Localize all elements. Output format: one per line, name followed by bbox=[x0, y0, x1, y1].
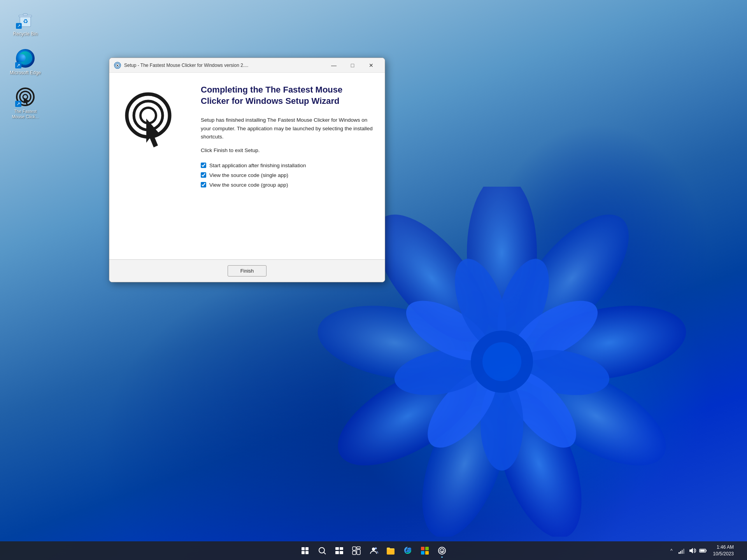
edge-taskbar-button[interactable] bbox=[400, 543, 416, 558]
dialog-right-content: Completing the The Fastest Mouse Clicker… bbox=[201, 84, 373, 248]
search-button[interactable] bbox=[314, 543, 330, 558]
taskbar-center bbox=[297, 543, 450, 558]
dialog-title-text: Setup - The Fastest Mouse Clicker for Wi… bbox=[124, 63, 248, 68]
start-app-checkbox-label[interactable]: Start application after finishing instal… bbox=[209, 163, 306, 168]
svg-rect-42 bbox=[302, 547, 305, 550]
store-icon bbox=[420, 546, 430, 555]
setup-app-icon bbox=[437, 546, 447, 555]
widgets-button[interactable] bbox=[349, 543, 364, 558]
svg-rect-72 bbox=[700, 550, 705, 552]
file-explorer-icon bbox=[386, 546, 395, 555]
svg-rect-61 bbox=[425, 551, 429, 555]
task-view-button[interactable] bbox=[331, 543, 347, 558]
cursor-large-icon bbox=[121, 88, 183, 150]
recycle-bin-icon[interactable]: ♻ ↗ Recycle Bin bbox=[8, 8, 43, 39]
notification-chevron[interactable]: ^ bbox=[669, 546, 674, 555]
start-app-checkbox[interactable] bbox=[201, 163, 206, 168]
svg-text:↗: ↗ bbox=[16, 101, 20, 107]
checkbox-row-2: View the source code (single app) bbox=[201, 172, 373, 178]
svg-text:↗: ↗ bbox=[17, 23, 21, 28]
mouse-clicker-desktop-icon[interactable]: ↗ The Fastest Mouse Click... bbox=[8, 85, 43, 121]
view-source-group-checkbox[interactable] bbox=[201, 182, 206, 187]
teams-button[interactable] bbox=[366, 543, 381, 558]
dialog-window-controls: — □ ✕ bbox=[325, 60, 380, 71]
dialog-heading: Completing the The Fastest Mouse Clicker… bbox=[201, 84, 373, 107]
svg-marker-69 bbox=[689, 548, 693, 553]
network-tray-icon[interactable] bbox=[677, 547, 685, 555]
edge-desktop-icon[interactable]: ↗ Microsoft Edge bbox=[8, 47, 43, 78]
dialog-footer: Finish bbox=[109, 259, 385, 282]
svg-line-47 bbox=[324, 553, 326, 555]
dialog-close-button[interactable]: ✕ bbox=[362, 60, 380, 71]
dialog-title-left: Setup - The Fastest Mouse Clicker for Wi… bbox=[114, 62, 248, 69]
dialog-left-art bbox=[121, 84, 189, 248]
dialog-maximize-button[interactable]: □ bbox=[344, 60, 361, 71]
setup-title-icon bbox=[114, 62, 121, 69]
system-clock[interactable]: 1:46 AM 10/5/2023 bbox=[710, 544, 737, 557]
svg-point-63 bbox=[440, 549, 444, 553]
setup-app-button[interactable] bbox=[434, 543, 450, 558]
svg-rect-49 bbox=[340, 547, 343, 550]
start-icon bbox=[300, 546, 310, 555]
taskbar-right: ^ 1 bbox=[669, 541, 742, 560]
dialog-content: Completing the The Fastest Mouse Clicker… bbox=[109, 73, 385, 259]
desktop-icons: ♻ ↗ Recycle Bin bbox=[8, 8, 43, 121]
edge-taskbar-icon bbox=[403, 546, 412, 555]
dialog-body-text: Setup has finished installing The Fastes… bbox=[201, 116, 373, 141]
svg-text:♻: ♻ bbox=[23, 18, 28, 24]
show-desktop-button[interactable] bbox=[740, 541, 742, 560]
svg-rect-58 bbox=[421, 547, 424, 550]
svg-rect-50 bbox=[335, 551, 339, 554]
mouse-clicker-image: ↗ bbox=[15, 87, 35, 107]
network-icon bbox=[677, 547, 685, 555]
battery-tray-icon[interactable] bbox=[699, 547, 707, 555]
svg-rect-66 bbox=[680, 551, 681, 554]
svg-point-46 bbox=[319, 548, 324, 553]
checkbox-row-3: View the source code (group app) bbox=[201, 182, 373, 188]
view-source-single-checkbox[interactable] bbox=[201, 172, 206, 178]
recycle-bin-image: ♻ ↗ bbox=[16, 10, 35, 29]
svg-point-19 bbox=[482, 342, 521, 381]
mouse-clicker-label: The Fastest Mouse Click... bbox=[9, 108, 41, 120]
clock-date: 10/5/2023 bbox=[713, 551, 734, 557]
setup-dialog: Setup - The Fastest Mouse Clicker for Wi… bbox=[109, 58, 385, 282]
svg-rect-65 bbox=[679, 552, 680, 554]
svg-rect-22 bbox=[23, 14, 27, 16]
speaker-tray-icon[interactable] bbox=[688, 547, 696, 555]
svg-rect-51 bbox=[340, 551, 343, 554]
svg-rect-60 bbox=[421, 551, 424, 555]
view-source-single-label[interactable]: View the source code (single app) bbox=[209, 172, 288, 178]
svg-point-56 bbox=[372, 548, 375, 551]
svg-rect-45 bbox=[305, 551, 309, 554]
teams-icon bbox=[369, 546, 378, 555]
svg-rect-43 bbox=[305, 547, 309, 550]
clock-time: 1:46 AM bbox=[713, 544, 734, 551]
start-button[interactable] bbox=[297, 543, 313, 558]
svg-rect-54 bbox=[352, 551, 356, 555]
edge-label: Microsoft Edge bbox=[10, 70, 41, 76]
store-button[interactable] bbox=[417, 543, 433, 558]
active-indicator bbox=[441, 556, 443, 558]
svg-rect-68 bbox=[683, 549, 684, 554]
dialog-minimize-button[interactable]: — bbox=[325, 60, 343, 71]
view-source-group-label[interactable]: View the source code (group app) bbox=[209, 182, 288, 188]
task-view-icon bbox=[335, 546, 344, 555]
edge-image: ↗ bbox=[15, 48, 35, 68]
recycle-bin-label: Recycle Bin bbox=[13, 31, 37, 37]
checkbox-row-1: Start application after finishing instal… bbox=[201, 163, 373, 168]
widgets-icon bbox=[352, 546, 361, 555]
speaker-icon bbox=[688, 547, 696, 555]
svg-rect-67 bbox=[682, 550, 683, 554]
finish-button[interactable]: Finish bbox=[228, 265, 267, 276]
taskbar: ^ 1 bbox=[0, 541, 747, 560]
svg-rect-71 bbox=[706, 550, 707, 551]
dialog-titlebar: Setup - The Fastest Mouse Clicker for Wi… bbox=[109, 58, 385, 73]
svg-rect-55 bbox=[357, 550, 360, 555]
svg-point-57 bbox=[375, 548, 377, 550]
svg-rect-52 bbox=[352, 547, 356, 550]
file-explorer-button[interactable] bbox=[383, 543, 398, 558]
svg-text:↗: ↗ bbox=[16, 63, 20, 68]
search-icon bbox=[317, 546, 327, 555]
svg-marker-37 bbox=[117, 65, 118, 66]
battery-icon bbox=[699, 547, 707, 555]
